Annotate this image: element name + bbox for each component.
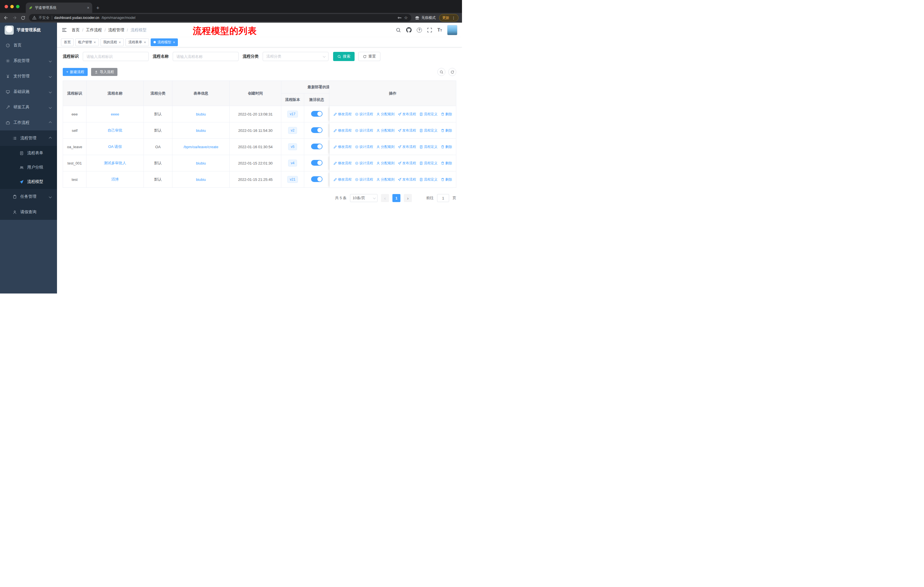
page-1-button[interactable]: 1: [393, 194, 401, 202]
assign-rule-link[interactable]: 分配规则: [376, 177, 395, 182]
tag-tenant-management[interactable]: 租户管理 ×: [75, 38, 99, 46]
tag-close-icon[interactable]: ×: [173, 40, 175, 45]
assign-rule-link[interactable]: 分配规则: [376, 161, 395, 166]
publish-process-link[interactable]: 发布流程: [398, 177, 416, 182]
prev-page-button[interactable]: ‹: [381, 194, 389, 202]
publish-process-link[interactable]: 发布流程: [398, 112, 416, 117]
design-process-link[interactable]: 设计流程: [355, 144, 373, 149]
sidebar-item-process-form[interactable]: 流程表单: [0, 146, 57, 160]
key-icon[interactable]: [397, 15, 402, 20]
breadcrumb-item-home[interactable]: 首页: [72, 28, 80, 33]
delete-link[interactable]: 删除: [441, 161, 452, 166]
edit-process-link[interactable]: 修改流程: [333, 112, 352, 117]
assign-rule-link[interactable]: 分配规则: [376, 128, 395, 133]
process-name-input[interactable]: [173, 52, 239, 61]
tag-close-icon[interactable]: ×: [94, 40, 96, 45]
publish-process-link[interactable]: 发布流程: [398, 161, 416, 166]
hamburger-icon[interactable]: [61, 27, 67, 33]
form-link[interactable]: biubiu: [196, 177, 206, 182]
sidebar-item-process-management[interactable]: 流程管理: [0, 131, 57, 146]
create-process-button[interactable]: + 新建流程: [63, 68, 87, 76]
forward-button[interactable]: [12, 15, 17, 20]
process-definition-link[interactable]: 流程定义: [419, 112, 438, 117]
help-icon[interactable]: ?: [417, 28, 422, 33]
edit-process-link[interactable]: 修改流程: [333, 128, 352, 133]
process-name-link[interactable]: 自己审批: [108, 128, 122, 132]
status-toggle[interactable]: [311, 176, 322, 182]
goto-page-input[interactable]: [437, 194, 449, 202]
status-toggle[interactable]: [311, 144, 322, 149]
process-definition-link[interactable]: 流程定义: [419, 161, 438, 166]
status-toggle[interactable]: [311, 111, 322, 117]
process-name-link[interactable]: 滔博: [111, 177, 119, 182]
design-process-link[interactable]: 设计流程: [355, 161, 373, 166]
status-toggle[interactable]: [311, 127, 322, 133]
assign-rule-link[interactable]: 分配规则: [376, 144, 395, 149]
form-link[interactable]: biubiu: [196, 128, 206, 133]
sidebar-item-user-group[interactable]: 用户分组: [0, 160, 57, 175]
sidebar-item-leave-query[interactable]: 请假查询: [0, 204, 57, 220]
tag-process-form[interactable]: 流程表单 ×: [125, 38, 149, 46]
status-toggle[interactable]: [311, 160, 322, 166]
edit-process-link[interactable]: 修改流程: [333, 177, 352, 182]
tag-close-icon[interactable]: ×: [119, 40, 121, 45]
import-process-button[interactable]: 导入流程: [91, 68, 117, 76]
sidebar-item-payment[interactable]: 支付管理: [0, 68, 57, 84]
sidebar-item-home[interactable]: 首页: [0, 38, 57, 53]
back-button[interactable]: [3, 15, 8, 20]
user-avatar[interactable]: [447, 25, 457, 35]
tag-process-model[interactable]: 流程模型 ×: [151, 38, 178, 46]
new-tab-button[interactable]: +: [96, 5, 99, 11]
assign-rule-link[interactable]: 分配规则: [376, 112, 395, 117]
sidebar-item-workflow[interactable]: 工作流程: [0, 115, 57, 131]
reset-button[interactable]: 重置: [358, 52, 380, 61]
toolbar-refresh-icon[interactable]: [448, 68, 456, 76]
sidebar-item-infrastructure[interactable]: 基础设施: [0, 84, 57, 99]
process-definition-link[interactable]: 流程定义: [419, 144, 438, 149]
process-name-link[interactable]: OA 请假: [108, 144, 122, 149]
form-link[interactable]: /bpm/oa/leave/create: [183, 145, 218, 149]
edit-process-link[interactable]: 修改流程: [333, 161, 352, 166]
search-button[interactable]: 搜索: [333, 52, 355, 61]
edit-process-link[interactable]: 修改流程: [333, 144, 352, 149]
process-definition-link[interactable]: 流程定义: [419, 128, 438, 133]
sidebar-item-system[interactable]: 系统管理: [0, 53, 57, 68]
tag-close-icon[interactable]: ×: [144, 40, 146, 45]
tag-my-process[interactable]: 我的流程 ×: [101, 38, 124, 46]
fullscreen-icon[interactable]: [427, 28, 432, 33]
category-select[interactable]: 流程分类: [262, 52, 328, 61]
form-link[interactable]: biubiu: [196, 112, 206, 116]
tab-close-icon[interactable]: ×: [87, 5, 89, 10]
window-close-button[interactable]: [5, 5, 8, 8]
process-name-link[interactable]: eeee: [111, 112, 119, 116]
form-link[interactable]: biubiu: [196, 161, 206, 165]
sidebar-item-devtools[interactable]: 研发工具: [0, 99, 57, 115]
toolbar-search-icon[interactable]: [437, 68, 446, 76]
browser-tab[interactable]: 芋道管理系统 ×: [26, 3, 92, 13]
breadcrumb-item-workflow[interactable]: 工作流程: [86, 28, 102, 33]
publish-process-link[interactable]: 发布流程: [398, 128, 416, 133]
search-icon[interactable]: [396, 28, 401, 33]
design-process-link[interactable]: 设计流程: [355, 177, 373, 182]
sidebar-item-task-management[interactable]: 任务管理: [0, 189, 57, 204]
design-process-link[interactable]: 设计流程: [355, 112, 373, 117]
delete-link[interactable]: 删除: [441, 128, 452, 133]
page-size-select[interactable]: 10条/页: [350, 194, 378, 202]
breadcrumb-item-process-management[interactable]: 流程管理: [108, 28, 124, 33]
reload-button[interactable]: [21, 15, 25, 20]
window-minimize-button[interactable]: [10, 5, 14, 8]
delete-link[interactable]: 删除: [441, 144, 452, 149]
next-page-button[interactable]: ›: [404, 194, 412, 202]
browser-menu-dots-icon[interactable]: ⋮: [452, 16, 455, 20]
design-process-link[interactable]: 设计流程: [355, 128, 373, 133]
process-key-input[interactable]: [83, 52, 148, 61]
delete-link[interactable]: 删除: [441, 112, 452, 117]
tag-home[interactable]: 首页: [61, 38, 74, 46]
process-definition-link[interactable]: 流程定义: [419, 177, 438, 182]
publish-process-link[interactable]: 发布流程: [398, 144, 416, 149]
window-zoom-button[interactable]: [16, 5, 20, 8]
font-size-icon[interactable]: TT: [437, 28, 442, 33]
bookmark-star-icon[interactable]: ☆: [404, 15, 408, 20]
process-name-link[interactable]: 测试多审批人: [104, 161, 126, 165]
github-icon[interactable]: [406, 27, 412, 33]
